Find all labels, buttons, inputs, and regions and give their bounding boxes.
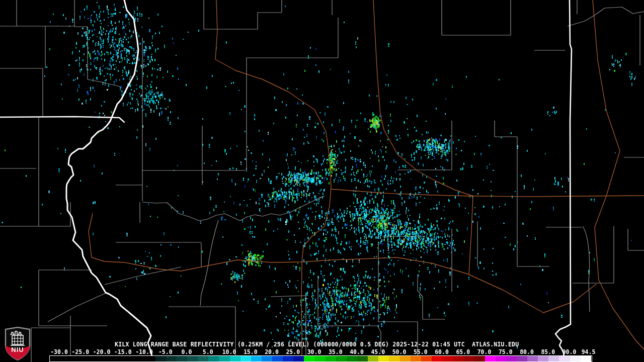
colorbar-segment [474, 356, 485, 361]
colorbar-segment [411, 356, 422, 361]
colorbar-tick: 30.0 [307, 348, 321, 355]
colorbar-segment [177, 356, 188, 361]
colorbar-tick: -30.0 [50, 348, 68, 355]
colorbar-segment [357, 356, 368, 361]
colorbar-tick: 45.0 [371, 348, 385, 355]
colorbar-segment [166, 356, 177, 361]
colorbar-tick: -15.0 [114, 348, 132, 355]
colorbar-segment [187, 356, 198, 361]
colorbar-tick: 75.0 [499, 348, 513, 355]
colorbar-tick: 65.0 [456, 348, 470, 355]
colorbar-segment [198, 356, 209, 361]
colorbar-segment [389, 356, 400, 361]
colorbar-segment [230, 356, 241, 361]
niu-logo-text: NIU [4, 346, 31, 353]
colorbar-segment [272, 356, 283, 361]
colorbar-segment [155, 356, 167, 361]
colorbar-tick: -10.0 [135, 348, 153, 355]
colorbar-tick: 25.0 [286, 348, 300, 355]
colorbar-segment [400, 356, 411, 361]
colorbar-segment [219, 356, 230, 361]
colorbar-segment [368, 356, 379, 361]
colorbar-tick: 10.0 [222, 348, 236, 355]
colorbar-tick: 80.0 [520, 348, 534, 355]
iowa-missouri-border [0, 117, 124, 122]
colorbar-tick: 55.0 [414, 348, 428, 355]
colorbar-tick: 85.0 [541, 348, 555, 355]
colorbar-segment [347, 356, 358, 361]
colorbar-tick: 90.0 [562, 348, 577, 355]
colorbar-segment [432, 356, 443, 361]
colorbar-tick-labels: -30.0-25.0-20.0-15.0-10.0-5.00.05.010.01… [0, 348, 644, 355]
colorbar-tick: 50.0 [392, 348, 407, 355]
colorbar-segment [517, 356, 528, 361]
colorbar-segment [262, 356, 273, 361]
colorbar-segment [485, 356, 496, 361]
colorbar-segment [570, 356, 581, 361]
illinois-mississippi-river [66, 0, 153, 362]
radar-display: KILX LONG RANGE BASE REFLECTIVITY (0.25K… [0, 0, 644, 362]
colorbar-tick: 5.0 [203, 348, 213, 355]
colorbar-segment [293, 356, 304, 361]
colorbar-tick: -25.0 [71, 348, 89, 355]
colorbar-segment [283, 356, 294, 361]
colorbar-segment [538, 356, 549, 361]
colorbar-segment [336, 356, 347, 361]
colorbar-segment [463, 356, 474, 361]
highway-lines [89, 0, 644, 362]
colorbar-segment [315, 356, 326, 361]
colorbar-tick: 20.0 [265, 348, 279, 355]
colorbar-tick: -20.0 [93, 348, 111, 355]
colorbar-segment [304, 356, 315, 361]
state-borders-rivers [0, 0, 572, 362]
colorbar-segment [208, 356, 219, 361]
county-boundaries [0, 0, 644, 362]
colorbar-segment [251, 356, 262, 361]
colorbar-segment [453, 356, 464, 361]
colorbar-tick: 40.0 [350, 348, 364, 355]
base-map [0, 0, 644, 362]
colorbar-tick: 60.0 [435, 348, 449, 355]
colorbar-segment [496, 356, 507, 361]
reflectivity-colorbar [49, 355, 592, 362]
colorbar-tick: 70.0 [477, 348, 492, 355]
colorbar-segment [527, 356, 538, 361]
colorbar-segment [378, 356, 389, 361]
colorbar-segment [326, 356, 337, 361]
product-caption: KILX LONG RANGE BASE REFLECTIVITY (0.25K… [115, 341, 519, 348]
colorbar-segment [240, 356, 252, 361]
colorbar-segment [548, 356, 559, 361]
niu-logo [4, 327, 31, 361]
colorbar-segment [442, 356, 453, 361]
colorbar-tick: 94.5 [582, 348, 596, 355]
colorbar-tick: 0.0 [182, 348, 192, 355]
colorbar-segment [559, 356, 570, 361]
colorbar-tick: 35.0 [329, 348, 343, 355]
colorbar-segment [506, 356, 517, 361]
colorbar-segment [421, 356, 432, 361]
colorbar-tick: 15.0 [244, 348, 258, 355]
colorbar-tick: -5.0 [158, 348, 173, 355]
colorbar-segment [581, 356, 592, 361]
